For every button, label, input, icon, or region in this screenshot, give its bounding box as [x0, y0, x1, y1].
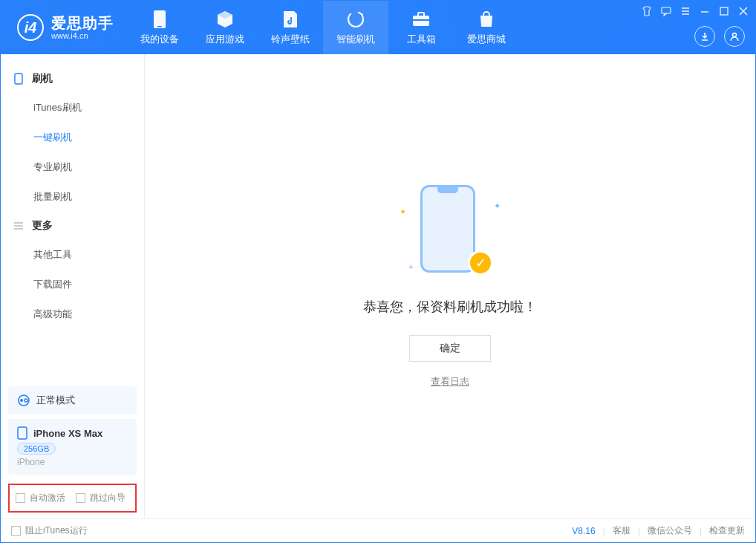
phone-icon: [150, 10, 169, 29]
section-title: 刷机: [32, 72, 53, 85]
block-itunes-label: 阻止iTunes运行: [25, 524, 88, 537]
checkbox-icon: [76, 493, 85, 503]
logo-text: 爱思助手 www.i4.cn: [51, 15, 114, 40]
window-controls: [641, 5, 749, 17]
block-itunes-checkbox[interactable]: 阻止iTunes运行: [11, 524, 88, 537]
titlebar: i4 爱思助手 www.i4.cn 我的设备 应用游戏 铃声壁纸 智能刷机: [1, 1, 755, 54]
check-badge-icon: ✓: [468, 250, 493, 276]
main-content: ✓ ✦ ✦ + 恭喜您，保资料刷机成功啦！ 确定 查看日志: [145, 54, 755, 518]
phone-illustration: [420, 185, 475, 273]
svg-rect-7: [720, 7, 728, 15]
sidebar-item-itunes-flash[interactable]: iTunes刷机: [1, 93, 144, 123]
auto-activate-checkbox[interactable]: 自动激活: [16, 492, 65, 504]
logo-icon: i4: [17, 14, 44, 41]
menu-icon[interactable]: [680, 5, 691, 17]
feedback-icon[interactable]: [660, 5, 672, 17]
phone-small-icon: [17, 426, 27, 440]
maximize-icon[interactable]: [718, 5, 730, 17]
tshirt-icon[interactable]: [641, 5, 653, 17]
mode-label: 正常模式: [36, 394, 75, 407]
device-storage-badge: 256GB: [17, 443, 56, 455]
nav-toolbox[interactable]: 工具箱: [388, 1, 454, 54]
device-type: iPhone: [17, 457, 128, 467]
nav-label: 我的设备: [140, 33, 179, 46]
svg-rect-4: [418, 13, 424, 16]
sidebar-item-oneclick-flash[interactable]: 一键刷机: [1, 123, 144, 152]
sidebar-item-download-firmware[interactable]: 下载固件: [1, 270, 144, 299]
footer-link-support[interactable]: 客服: [613, 524, 630, 537]
svg-rect-6: [662, 7, 671, 13]
device-name: iPhone XS Max: [33, 428, 102, 439]
download-button[interactable]: [694, 26, 715, 47]
view-log-link[interactable]: 查看日志: [431, 375, 469, 388]
svg-point-12: [25, 399, 27, 402]
sidebar-item-pro-flash[interactable]: 专业刷机: [1, 152, 144, 182]
opt-label: 跳过向导: [90, 492, 126, 504]
version-label: V8.16: [572, 526, 595, 536]
skip-guide-checkbox[interactable]: 跳过向导: [76, 492, 126, 504]
sparkle-icon: ✦: [494, 201, 501, 211]
bottom-options-panel: 自动激活 跳过向导: [8, 484, 137, 513]
account-button[interactable]: [724, 26, 745, 47]
body: 刷机 iTunes刷机 一键刷机 专业刷机 批量刷机 更多 其他工具 下载固件 …: [1, 54, 755, 518]
success-message: 恭喜您，保资料刷机成功啦！: [363, 298, 537, 316]
nav-label: 应用游戏: [206, 33, 244, 46]
svg-rect-1: [157, 26, 162, 27]
nav-label: 铃声壁纸: [271, 33, 310, 46]
footer-right: V8.16 | 客服 | 微信公众号 | 检查更新: [572, 524, 745, 537]
nav-ringtone-wallpaper[interactable]: 铃声壁纸: [258, 1, 323, 54]
ok-button[interactable]: 确定: [409, 335, 491, 362]
footer-link-wechat[interactable]: 微信公众号: [648, 524, 692, 537]
device-info-panel[interactable]: iPhone XS Max 256GB iPhone: [8, 419, 137, 475]
checkbox-icon: [16, 493, 25, 503]
nav-flash[interactable]: 智能刷机: [323, 1, 388, 54]
sidebar-item-other-tools[interactable]: 其他工具: [1, 240, 144, 270]
section-title: 更多: [32, 219, 53, 233]
nav-my-device[interactable]: 我的设备: [127, 1, 192, 54]
checkbox-icon: [11, 526, 21, 536]
nav-label: 工具箱: [407, 33, 436, 46]
nav-label: 爱思商城: [467, 33, 506, 46]
sidebar: 刷机 iTunes刷机 一键刷机 专业刷机 批量刷机 更多 其他工具 下载固件 …: [1, 54, 145, 518]
success-illustration: ✓ ✦ ✦ +: [398, 185, 502, 282]
device-icon: [13, 73, 25, 85]
nav-store[interactable]: 爱思商城: [454, 1, 519, 54]
title-circle-buttons: [694, 26, 745, 47]
minimize-icon[interactable]: [699, 5, 711, 17]
nav-apps-games[interactable]: 应用游戏: [192, 1, 258, 54]
music-file-icon: [281, 10, 300, 29]
cube-icon: [215, 10, 235, 29]
svg-rect-5: [413, 19, 429, 21]
sidebar-section-more: 更多: [1, 212, 144, 240]
list-icon: [13, 221, 25, 230]
nav-label: 智能刷机: [336, 33, 375, 46]
shopping-bag-icon: [477, 10, 496, 29]
close-icon[interactable]: [737, 5, 749, 17]
mode-icon: [17, 394, 30, 407]
svg-rect-0: [154, 10, 166, 28]
svg-rect-9: [15, 74, 22, 84]
sidebar-section-flash: 刷机: [1, 65, 144, 93]
footer-link-update[interactable]: 检查更新: [709, 524, 745, 537]
toolbox-icon: [411, 10, 431, 29]
sidebar-item-advanced[interactable]: 高级功能: [1, 299, 144, 329]
svg-point-8: [733, 33, 737, 37]
sidebar-item-batch-flash[interactable]: 批量刷机: [1, 182, 144, 212]
sparkle-icon: ✦: [400, 207, 406, 217]
sparkle-icon: +: [408, 262, 413, 271]
refresh-shield-icon: [346, 10, 365, 29]
footer: 阻止iTunes运行 V8.16 | 客服 | 微信公众号 | 检查更新: [1, 518, 755, 542]
app-title: 爱思助手: [51, 15, 114, 31]
logo-area: i4 爱思助手 www.i4.cn: [1, 14, 127, 41]
app-window: i4 爱思助手 www.i4.cn 我的设备 应用游戏 铃声壁纸 智能刷机: [0, 0, 756, 543]
device-mode-panel[interactable]: 正常模式: [8, 386, 137, 414]
main-nav: 我的设备 应用游戏 铃声壁纸 智能刷机 工具箱 爱思商城: [127, 1, 519, 54]
svg-point-11: [20, 399, 23, 402]
svg-rect-13: [18, 427, 27, 439]
app-subtitle: www.i4.cn: [51, 31, 114, 40]
opt-label: 自动激活: [30, 492, 65, 504]
